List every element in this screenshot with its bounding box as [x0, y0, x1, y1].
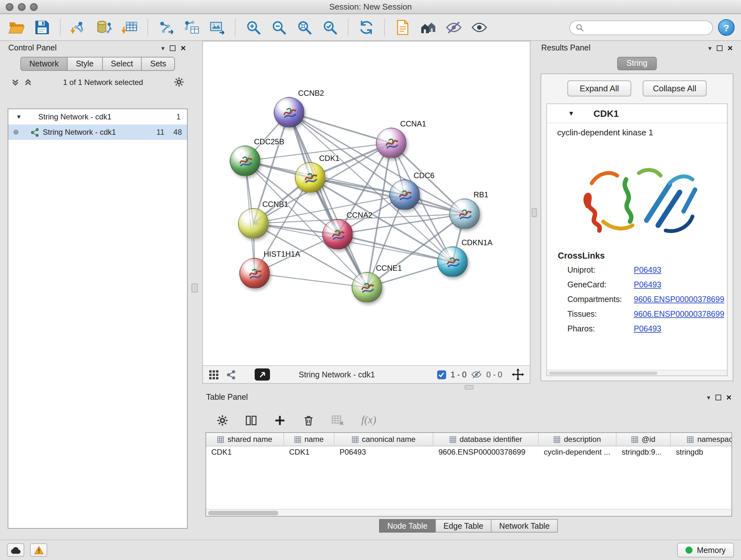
table-horizontal-scrollbar[interactable]	[206, 509, 731, 516]
selected-checkbox-icon[interactable]	[437, 370, 446, 379]
zoom-out-button[interactable]	[269, 17, 289, 38]
table-cell[interactable]: stringdb	[671, 446, 732, 459]
splitter-handle-bottom[interactable]	[465, 385, 474, 389]
column-header-shared-name[interactable]: shared name	[206, 433, 284, 446]
import-table-file-button[interactable]	[119, 17, 140, 38]
panel-close-icon[interactable]: ×	[181, 44, 186, 52]
show-all-button[interactable]	[469, 17, 489, 38]
table-cell[interactable]: 9606.ENSP00000378699	[433, 446, 539, 459]
panel-maximize-icon[interactable]	[716, 394, 721, 400]
first-neighbors-button[interactable]	[418, 17, 439, 38]
network-options-gear-icon[interactable]	[174, 77, 185, 87]
delete-column-button[interactable]	[302, 414, 315, 426]
window-minimize-button[interactable]	[18, 3, 25, 11]
grid-view-icon[interactable]	[209, 369, 219, 380]
table-cell[interactable]: stringdb:9...	[616, 446, 671, 459]
import-network-file-button[interactable]	[68, 17, 89, 38]
panel-close-icon[interactable]: ×	[726, 393, 731, 401]
panel-close-icon[interactable]: ×	[728, 44, 733, 52]
tab-edge-table[interactable]: Edge Table	[435, 519, 492, 533]
network-canvas[interactable]: CCNB2CCNA1CDC25BCDK1CDC6RB1CCNB1CCNA2CDK…	[203, 42, 530, 365]
table-cell[interactable]: CDK1	[206, 446, 284, 459]
collapse-caret-icon[interactable]: ▼	[568, 110, 575, 117]
function-builder-button[interactable]: f(x)	[361, 414, 376, 427]
window-zoom-button[interactable]	[30, 3, 38, 11]
import-network-database-button[interactable]	[94, 17, 114, 38]
search-input[interactable]	[587, 23, 706, 32]
zoom-in-button[interactable]	[243, 17, 264, 38]
crosslink-uniprot-link[interactable]: P06493	[634, 265, 661, 274]
card-horizontal-scrollbar[interactable]	[547, 370, 727, 375]
edge-ccnb2-ccne1[interactable]	[289, 112, 367, 287]
control-tab-style[interactable]: Style	[67, 57, 103, 71]
column-header--id[interactable]: @id	[616, 433, 671, 446]
table-cell[interactable]: cyclin-dependent ...	[539, 446, 616, 459]
network-from-selection-button[interactable]	[156, 17, 176, 38]
column-header-canonical-name[interactable]: canonical name	[334, 433, 433, 446]
refresh-view-button[interactable]	[356, 17, 377, 38]
table-cell[interactable]: CDK1	[284, 446, 334, 459]
control-tab-network[interactable]: Network	[20, 57, 68, 71]
scrollbar-thumb[interactable]	[208, 511, 278, 515]
column-header-database-identifier[interactable]: database identifier	[433, 433, 539, 446]
node-cdkn1a[interactable]	[437, 246, 468, 277]
table-cell[interactable]: P06493	[334, 446, 433, 459]
scrollbar-thumb[interactable]	[549, 372, 657, 375]
zoom-selected-button[interactable]	[320, 17, 340, 38]
panel-float-icon[interactable]: ▾	[707, 394, 711, 401]
zoom-fit-button[interactable]	[294, 17, 315, 38]
column-header-name[interactable]: name	[284, 433, 334, 446]
memory-button[interactable]: Memory	[677, 543, 734, 557]
collapse-all-button[interactable]: Collapse All	[643, 80, 706, 97]
gene-card-header[interactable]: ▼ CDK1	[547, 104, 727, 123]
splitter-handle-left[interactable]	[192, 284, 198, 293]
crosslink-compartments-link[interactable]: 9606.ENSP00000378699	[634, 295, 724, 304]
node-cdc25b[interactable]	[230, 145, 260, 176]
tab-node-table[interactable]: Node Table	[379, 519, 436, 533]
control-tab-sets[interactable]: Sets	[141, 57, 175, 71]
edge-hist1h1a-ccne1[interactable]	[255, 273, 367, 287]
style-document-button[interactable]	[393, 17, 413, 38]
node-ccne1[interactable]	[352, 272, 382, 303]
tab-network-table[interactable]: Network Table	[491, 519, 558, 533]
node-cdk1[interactable]	[295, 162, 326, 193]
delete-table-button[interactable]	[331, 414, 345, 426]
edge-ccnb2-ccna1[interactable]	[289, 112, 391, 143]
table-options-button[interactable]	[216, 414, 228, 426]
panel-float-icon[interactable]: ▾	[709, 44, 712, 51]
panel-maximize-icon[interactable]	[717, 45, 723, 51]
node-cdc6[interactable]	[389, 179, 420, 210]
expand-all-networks-icon[interactable]	[23, 78, 32, 86]
panel-maximize-icon[interactable]	[170, 45, 176, 51]
hidden-eye-icon[interactable]	[471, 369, 482, 380]
network-collection-row[interactable]: ▼ String Network - cdk1 1	[8, 109, 187, 125]
export-network-button[interactable]	[181, 17, 202, 38]
tree-caret-icon[interactable]: ▼	[16, 114, 22, 120]
share-network-icon[interactable]	[226, 369, 236, 380]
show-columns-button[interactable]	[245, 414, 257, 426]
open-session-button[interactable]	[6, 17, 27, 38]
window-close-button[interactable]	[6, 3, 13, 11]
warning-status-button[interactable]	[30, 543, 47, 557]
control-tab-select[interactable]: Select	[102, 57, 142, 71]
export-image-button[interactable]	[207, 17, 227, 38]
column-header-namespace[interactable]: namespace	[671, 433, 732, 446]
crosslink-genecard-link[interactable]: P06493	[634, 280, 661, 289]
pan-crosshair-icon[interactable]	[512, 368, 524, 381]
cloud-status-button[interactable]	[7, 543, 24, 557]
help-button[interactable]: ?	[718, 19, 735, 36]
node-ccnb2[interactable]	[274, 97, 305, 128]
collapse-all-networks-icon[interactable]	[11, 78, 20, 86]
node-rb1[interactable]	[449, 199, 480, 229]
node-ccna2[interactable]	[322, 219, 353, 250]
save-session-button[interactable]	[32, 17, 52, 38]
create-column-button[interactable]	[274, 414, 286, 426]
splitter-handle-right[interactable]	[532, 208, 537, 217]
crosslink-tissues-link[interactable]: 9606.ENSP00000378699	[634, 309, 724, 318]
node-ccna1[interactable]	[376, 128, 407, 159]
node-ccnb1[interactable]	[238, 208, 269, 239]
column-header-description[interactable]: description	[539, 433, 616, 446]
network-row-selected[interactable]: String Network - cdk1 11 48	[8, 125, 187, 140]
birdseye-view-button[interactable]	[255, 368, 270, 381]
table-row[interactable]: CDK1CDK1P064939606.ENSP00000378699cyclin…	[206, 446, 731, 459]
